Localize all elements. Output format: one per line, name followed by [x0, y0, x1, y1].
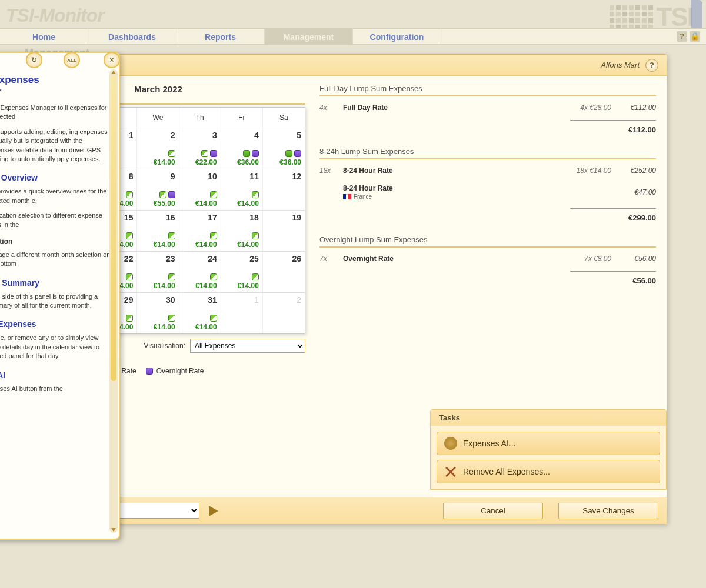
summary-section-title: Full Day Lump Sum Expenses	[319, 84, 656, 96]
day-amount: €14.00	[237, 282, 259, 290]
calendar-day[interactable]: 16€14.00	[137, 210, 179, 251]
expense-badge-green	[285, 150, 292, 157]
scroll-down-icon[interactable]	[111, 528, 116, 532]
calendar-day[interactable]: 12	[263, 169, 305, 210]
calendar-day[interactable]: 17€14.00	[179, 210, 221, 251]
visualisation-label: Visualisation:	[144, 342, 186, 350]
day-number: 31	[183, 295, 217, 305]
calendar-day[interactable]: 26	[263, 251, 305, 292]
cancel-button[interactable]: Cancel	[443, 503, 543, 519]
top-nav: Home Dashboards Reports Management Confi…	[0, 28, 706, 45]
cal-weekday: Th	[179, 108, 221, 128]
expense-badge-purple	[294, 150, 301, 157]
expense-label: Overnight Rate	[343, 255, 558, 263]
day-number: 17	[183, 213, 217, 222]
calendar-day[interactable]: 30€14.00	[137, 292, 179, 333]
nav-dashboards[interactable]: Dashboards	[88, 29, 176, 44]
day-amount: €36.00	[279, 158, 301, 166]
cal-weekday: Fr	[221, 108, 263, 128]
nav-management[interactable]: Management	[265, 29, 353, 44]
expense-badge-purple	[210, 150, 217, 157]
expenses-ai-button[interactable]: Expenses AI...	[437, 432, 660, 455]
calendar-day: 1	[221, 292, 263, 333]
expense-total: €112.00	[611, 103, 656, 112]
help-panel: ↻ ALL × r Expensesger river Expenses Man…	[0, 52, 120, 540]
nav-home[interactable]: Home	[0, 29, 88, 44]
cal-weekday: We	[137, 108, 179, 128]
expense-badge-half	[210, 315, 217, 322]
calendar-day[interactable]: 19	[263, 210, 305, 251]
calendar-day[interactable]: 9€55.00	[137, 169, 179, 210]
expense-badge-half	[126, 315, 133, 322]
summary-section-title: Overnight Lump Sum Expenses	[319, 235, 656, 248]
expense-calc: 18x €14.00	[558, 166, 611, 175]
day-number: 26	[267, 254, 301, 263]
scroll-up-icon[interactable]	[111, 71, 116, 74]
calendar-day[interactable]: 2€14.00	[137, 128, 179, 169]
day-number: 18	[225, 213, 259, 222]
calendar-day[interactable]: 24€14.00	[179, 251, 221, 292]
ai-icon	[444, 437, 457, 450]
remove-all-button[interactable]: Remove All Expenses...	[437, 460, 660, 483]
expense-row: 18x8-24 Hour Rate18x €14.00€252.00	[319, 165, 656, 181]
day-amount: €14.00	[154, 158, 175, 166]
calendar-day[interactable]: 25€14.00	[221, 251, 263, 292]
expense-badge-half	[210, 232, 217, 239]
logo-right: TSI	[610, 2, 702, 32]
expense-badge-green	[243, 150, 250, 157]
calendar-day[interactable]: 11€14.00	[221, 169, 263, 210]
expense-badge-purple	[168, 191, 175, 198]
modal-help-icon[interactable]: ?	[645, 59, 658, 72]
section-grand-total: €56.00	[319, 276, 656, 296]
expense-badge-half	[201, 150, 208, 157]
tsi-logo: TSI	[657, 2, 702, 32]
calendar-day[interactable]: 10€14.00	[179, 169, 221, 210]
expense-label: Full Day Rate	[343, 103, 558, 112]
nav-icons: ? 🔒	[671, 29, 706, 44]
calendar-day: 2	[263, 292, 305, 333]
day-amount: €14.00	[237, 240, 259, 249]
expense-total: €56.00	[611, 255, 656, 263]
expenses-ai-label: Expenses AI...	[463, 439, 516, 448]
scroll-thumb[interactable]	[111, 75, 116, 381]
day-number: 1	[225, 295, 259, 305]
play-button[interactable]	[209, 506, 218, 516]
legend-overnight-label: Overnight Rate	[156, 367, 204, 375]
day-number: 9	[141, 172, 175, 181]
day-number: 11	[225, 172, 259, 181]
expense-badge-half	[126, 232, 133, 239]
lock-icon[interactable]: 🔒	[690, 31, 700, 42]
expense-row: 7xOvernight Rate7x €8.00€56.00	[319, 253, 656, 269]
visualisation-select[interactable]: All Expenses	[190, 339, 305, 353]
nav-reports[interactable]: Reports	[176, 29, 265, 44]
help-content: r Expensesger river Expenses Manager to …	[0, 74, 111, 393]
expense-label: 8-24 Hour Rate	[343, 166, 558, 175]
expense-total: €252.00	[611, 166, 656, 175]
day-number: 25	[225, 254, 259, 263]
nav-configuration[interactable]: Configuration	[353, 29, 441, 44]
save-button[interactable]: Save Changes	[558, 503, 658, 519]
day-amount: €14.00	[237, 199, 259, 208]
day-amount: €14.00	[154, 323, 175, 331]
day-amount: €14.00	[195, 282, 217, 290]
expense-calc: 7x €8.00	[558, 255, 611, 263]
day-amount: €55.00	[154, 199, 175, 208]
app-logo-text: TSI-Monitor	[6, 5, 104, 26]
expense-label: 8-24 Hour RateFrance	[343, 184, 558, 200]
expense-badge-half	[168, 273, 175, 280]
calendar-day[interactable]: 4€36.00	[221, 128, 263, 169]
day-amount: €14.00	[154, 240, 175, 249]
help-scrollbar[interactable]	[109, 69, 118, 533]
calendar-day[interactable]: 23€14.00	[137, 251, 179, 292]
calendar-day[interactable]: 18€14.00	[221, 210, 263, 251]
calendar-day[interactable]: 3€22.00	[179, 128, 221, 169]
flag-fr-icon	[343, 194, 351, 199]
day-number: 2	[267, 295, 301, 305]
day-number: 10	[183, 172, 217, 181]
day-number: 4	[225, 131, 259, 140]
day-amount: €14.00	[195, 199, 217, 208]
calendar-day[interactable]: 5€36.00	[263, 128, 305, 169]
calendar-day[interactable]: 31€14.00	[179, 292, 221, 333]
help-icon[interactable]: ?	[677, 31, 687, 42]
expense-badge-purple	[252, 150, 259, 157]
